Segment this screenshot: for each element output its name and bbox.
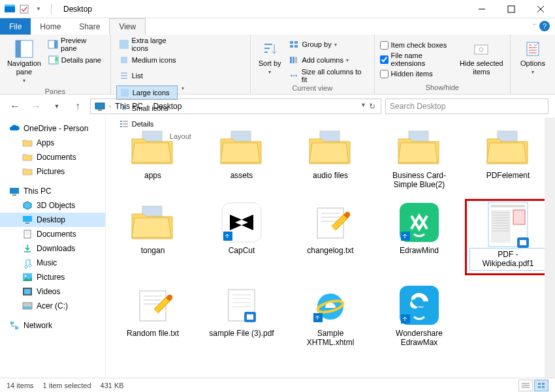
breadcrumb-pc-icon[interactable] [93, 102, 106, 111]
tab-home[interactable]: Home [31, 18, 70, 35]
svg-rect-54 [10, 322, 14, 324]
file-item[interactable]: audio files [287, 124, 373, 192]
file-item[interactable]: PDF - Wikipedia.pdf1 [465, 199, 551, 275]
chevron-right-icon[interactable]: › [146, 102, 150, 110]
sidebar-item-pictures2[interactable]: Pictures [0, 270, 105, 284]
breadcrumb-desktop[interactable]: Desktop [151, 102, 183, 111]
svg-rect-32 [290, 57, 292, 63]
file-item[interactable]: Business Card-Simple Blue(2) [376, 124, 462, 192]
sidebar-item-onedrive[interactable]: OneDrive - Person [0, 121, 105, 136]
sidebar-item-music[interactable]: Music [0, 256, 105, 270]
addcolumns-button[interactable]: Add columns ▾ [286, 53, 368, 67]
breadcrumb-dropdown-icon[interactable]: ▼ [360, 102, 366, 111]
svg-rect-31 [294, 45, 298, 48]
file-item[interactable]: Sample XHTML.xhtml [287, 282, 373, 350]
sidebar-item-videos[interactable]: Videos [0, 284, 105, 299]
file-item[interactable]: tongan [110, 199, 196, 275]
txt-icon [307, 202, 354, 243]
recent-dropdown[interactable]: ▼ [48, 98, 65, 115]
svg-rect-34 [295, 57, 297, 63]
options-button[interactable]: Options ▾ [516, 37, 550, 78]
pdf-selected-icon [484, 204, 531, 245]
medium-icons-button[interactable]: Medium icons [116, 53, 187, 67]
sidebar-item-apps[interactable]: Apps [0, 136, 105, 150]
details-view-toggle[interactable] [518, 380, 533, 391]
pdf-icon [218, 284, 265, 326]
help-icon[interactable]: ? [539, 21, 550, 31]
sortby-button[interactable]: Sort by ▾ [256, 37, 283, 78]
breadcrumb[interactable]: › This PC › Desktop ▼ ↻ [90, 98, 381, 114]
navigation-pane-button[interactable]: Navigation pane ▾ [5, 37, 43, 86]
file-item[interactable]: EdrawMind [376, 199, 462, 275]
navigation-tree: OneDrive - Person Apps Documents Picture… [0, 117, 106, 378]
sidebar-item-downloads[interactable]: Downloads [0, 241, 105, 256]
file-extensions-toggle[interactable]: File name extensions [380, 53, 456, 66]
ribbon-group-showhide: Item check boxes File name extensions Hi… [375, 35, 511, 94]
ribbon-group-options: Options ▾ [511, 35, 555, 94]
preview-pane-button[interactable]: Preview pane [46, 37, 105, 52]
search-input[interactable]: Search Desktop [385, 98, 548, 114]
qat-dropdown-icon[interactable]: ▼ [33, 3, 44, 15]
download-icon [22, 243, 33, 254]
sidebar-item-network[interactable]: Network [0, 318, 105, 333]
extra-large-icons-button[interactable]: Extra large icons [116, 37, 187, 52]
sidebar-item-thispc[interactable]: This PC [0, 184, 105, 198]
vertical-scrollbar[interactable] [545, 117, 555, 378]
sidebar-item-documents2[interactable]: Documents [0, 227, 105, 241]
svg-rect-104 [542, 383, 545, 385]
minimize-button[interactable] [467, 0, 496, 18]
tab-file[interactable]: File [0, 18, 31, 35]
file-item[interactable]: CapCut [198, 199, 285, 275]
back-button[interactable]: ← [7, 98, 24, 115]
file-item[interactable]: PDFelement [465, 124, 551, 192]
svg-rect-33 [293, 57, 294, 63]
refresh-icon[interactable]: ↻ [369, 102, 375, 111]
large-icons-view-toggle[interactable] [534, 380, 548, 391]
file-label: audio files [313, 171, 348, 180]
tab-share[interactable]: Share [70, 18, 109, 35]
address-bar: ← → ▼ ↑ › This PC › Desktop ▼ ↻ Search D… [0, 95, 555, 117]
ribbon-collapse-icon[interactable]: ˆ [533, 23, 535, 31]
sidebar-item-acer[interactable]: Acer (C:) [0, 299, 105, 313]
desktop-icon [22, 215, 33, 225]
hidden-items-toggle[interactable]: Hidden items [380, 67, 456, 80]
details-pane-button[interactable]: Details pane [46, 53, 105, 67]
groupby-button[interactable]: Group by ▾ [286, 37, 368, 52]
sidebar-item-desktop[interactable]: Desktop [0, 213, 105, 227]
svg-rect-0 [5, 6, 15, 12]
tab-view[interactable]: View [109, 18, 146, 35]
xhtml-icon [307, 284, 354, 326]
videos-icon [22, 286, 33, 297]
hide-selected-button[interactable]: Hide selected items [458, 37, 505, 79]
file-item[interactable]: Wondershare EdrawMax [376, 282, 462, 350]
item-checkboxes-toggle[interactable]: Item check boxes [380, 38, 456, 52]
breadcrumb-thispc[interactable]: This PC [114, 102, 144, 111]
file-item[interactable]: sample File (3).pdf [198, 282, 285, 350]
up-button[interactable]: ↑ [69, 98, 86, 115]
cloud-icon [9, 123, 20, 134]
file-label: PDFelement [486, 171, 530, 180]
ribbon-group-panes: Navigation pane ▾ Preview pane Details p… [0, 35, 111, 94]
svg-rect-97 [313, 313, 323, 322]
svg-rect-20 [121, 89, 129, 97]
3d-icon [22, 200, 33, 211]
file-item[interactable]: changelog.txt [287, 199, 373, 275]
ribbon: Navigation pane ▾ Preview pane Details p… [0, 35, 555, 95]
sidebar-item-pictures[interactable]: Pictures [0, 164, 105, 179]
close-button[interactable] [526, 0, 555, 18]
file-item[interactable]: assets [198, 124, 285, 192]
file-item[interactable]: Random file.txt [110, 282, 196, 350]
preview-pane-label: Preview pane [61, 37, 103, 52]
forward-button[interactable]: → [27, 98, 44, 115]
sidebar-item-3dobjects[interactable]: 3D Objects [0, 198, 105, 213]
layout-more-icon[interactable]: ▾ [182, 85, 184, 91]
file-item[interactable]: apps [110, 124, 196, 192]
sizeall-button[interactable]: Size all columns to fit [286, 68, 368, 83]
qat-properties-icon[interactable] [18, 3, 30, 15]
file-label: changelog.txt [307, 246, 353, 255]
chevron-right-icon[interactable]: › [108, 102, 112, 110]
file-list[interactable]: appsassetsaudio filesBusiness Card-Simpl… [106, 117, 555, 378]
sidebar-item-documents[interactable]: Documents [0, 150, 105, 164]
maximize-button[interactable] [496, 0, 526, 18]
list-button[interactable]: List [116, 68, 187, 83]
